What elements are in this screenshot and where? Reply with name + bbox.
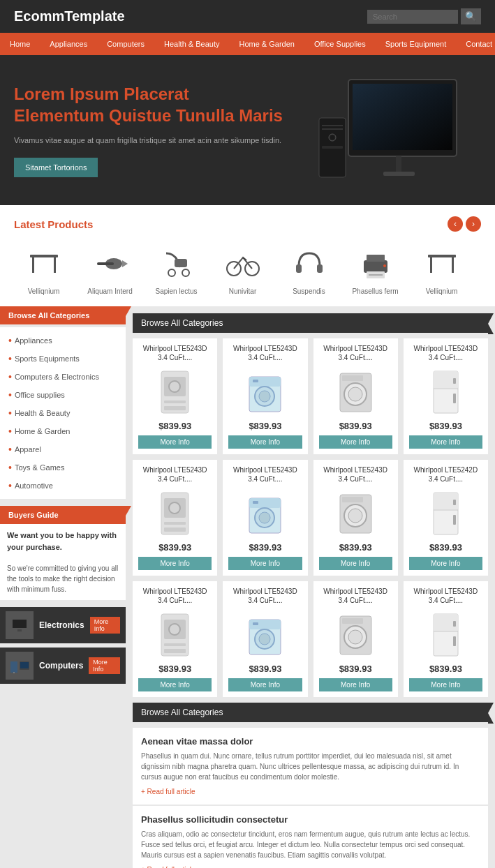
- prev-arrow-button[interactable]: ‹: [448, 216, 463, 232]
- svg-rect-22: [296, 264, 302, 273]
- carousel-item-label: Suspendis: [279, 287, 339, 295]
- product-image: [228, 368, 302, 417]
- svg-rect-27: [369, 274, 383, 276]
- sidebar-category-item[interactable]: Appliances: [0, 331, 126, 350]
- carousel-item-label: Aliquam Interd: [80, 287, 140, 295]
- sidebar-category-item[interactable]: Office supplies: [0, 386, 126, 404]
- product-more-info-button[interactable]: More Info: [409, 435, 482, 449]
- sidebar-category-item[interactable]: Apparel: [0, 440, 126, 458]
- next-arrow-button[interactable]: ›: [466, 216, 481, 232]
- product-image: [409, 611, 482, 659]
- sidebar-category-item[interactable]: Health & Beauty: [0, 404, 126, 422]
- nav-item-office-supplies[interactable]: Office Supplies: [304, 33, 376, 55]
- sidebar-category-item[interactable]: Home & Garden: [0, 422, 126, 440]
- svg-marker-16: [122, 260, 128, 267]
- product-more-info-button[interactable]: More Info: [138, 557, 212, 570]
- nav-item-health-and-beauty[interactable]: Health & Beauty: [154, 33, 230, 55]
- product-price: $839.93: [138, 421, 212, 431]
- product-title: Whirlpool LTE5243D 3.4 CuFt....: [138, 344, 212, 364]
- buyers-guide-header: Buyers Guide: [0, 506, 126, 524]
- svg-rect-97: [453, 621, 456, 627]
- sidebar-category-item[interactable]: Automotive: [0, 477, 126, 495]
- product-more-info-button[interactable]: More Info: [319, 435, 392, 449]
- svg-rect-51: [253, 380, 258, 382]
- svg-rect-4: [383, 172, 415, 176]
- product-more-info-button[interactable]: More Info: [138, 435, 212, 449]
- product-title: Whirlpool LTE5243D 3.4 CuFt....: [138, 465, 212, 485]
- articles-list: Aenean vitae massa dolor Phasellus in qu…: [133, 728, 488, 868]
- product-image: [138, 489, 212, 538]
- nav-item-appliances[interactable]: Appliances: [40, 33, 97, 55]
- latest-products-title: Latest Products: [14, 218, 93, 230]
- product-price: $839.93: [409, 664, 482, 674]
- product-title: Whirlpool LTE5243D 3.4 CuFt....: [228, 587, 302, 606]
- nav-item-home-and-garden[interactable]: Home & Garden: [229, 33, 304, 55]
- drill-icon: [89, 243, 131, 285]
- nav-item-computers[interactable]: Computers: [97, 33, 154, 55]
- svg-point-54: [348, 387, 362, 401]
- headphones-icon: [288, 243, 330, 285]
- svg-rect-55: [342, 375, 363, 381]
- electronics-more-info-button[interactable]: More Info: [90, 617, 120, 634]
- product-grid-header: Browse All Categories: [133, 313, 488, 333]
- svg-rect-33: [13, 620, 27, 628]
- svg-rect-6: [322, 125, 343, 126]
- product-title: Whirlpool LTE5243D 3.4 CuFt....: [409, 344, 482, 364]
- product-card: Whirlpool LTE5243D 3.4 CuFt.... $839.93 …: [223, 581, 307, 697]
- product-more-info-button[interactable]: More Info: [409, 678, 482, 691]
- article-item: Phasellus sollicitudin consectetur Cras …: [133, 806, 488, 868]
- carousel-nav: ‹ ›: [448, 216, 481, 232]
- hero-button[interactable]: Sitamet Tortorions: [14, 158, 98, 177]
- computers-more-info-button[interactable]: More Info: [89, 657, 120, 674]
- sidebar-category-item[interactable]: Computers & Electronics: [0, 368, 126, 386]
- read-more-link[interactable]: + Read full article: [141, 788, 195, 795]
- computers-promo-label: Computers: [39, 661, 83, 671]
- svg-rect-46: [164, 406, 186, 410]
- search-input[interactable]: [367, 10, 458, 24]
- buyers-guide-body: So we're committed to giving you all the…: [7, 564, 118, 593]
- sidebar-category-item[interactable]: Sports Equipments: [0, 350, 126, 368]
- sidebar-category-item[interactable]: Toys & Games: [0, 458, 126, 477]
- svg-rect-65: [164, 527, 186, 532]
- product-price: $839.93: [319, 421, 392, 431]
- carousel-item: Suspendis: [279, 243, 339, 295]
- svg-rect-25: [367, 255, 385, 262]
- svg-point-10: [330, 135, 334, 140]
- article-text: Phasellus in quam dui. Nunc ornare, tell…: [141, 751, 480, 782]
- svg-rect-93: [342, 618, 363, 624]
- product-more-info-button[interactable]: More Info: [319, 557, 392, 570]
- product-card: Whirlpool LTE5243D 3.4 CuFt.... $839.93 …: [133, 460, 217, 576]
- product-more-info-button[interactable]: More Info: [228, 557, 302, 570]
- nav-item-home[interactable]: Home: [0, 33, 40, 55]
- svg-rect-74: [342, 497, 363, 502]
- nav-item-contact-us[interactable]: Contact Us: [456, 33, 495, 55]
- search-button[interactable]: 🔍: [461, 8, 481, 24]
- product-price: $839.93: [228, 664, 302, 674]
- product-image: [228, 489, 302, 538]
- sidebar-categories: AppliancesSports EquipmentsComputers & E…: [0, 327, 126, 499]
- carousel-item: Phasellus ferm: [346, 243, 405, 295]
- product-more-info-button[interactable]: More Info: [138, 678, 212, 691]
- product-more-info-button[interactable]: More Info: [319, 678, 392, 691]
- product-more-info-button[interactable]: More Info: [409, 557, 482, 570]
- svg-rect-60: [453, 394, 456, 403]
- carousel-item: Nunivitar: [213, 243, 272, 295]
- product-more-info-button[interactable]: More Info: [228, 678, 302, 691]
- product-image: [409, 489, 482, 538]
- svg-rect-29: [428, 255, 456, 257]
- product-price: $839.93: [319, 542, 392, 553]
- stroller-icon: [156, 243, 198, 285]
- product-card: Whirlpool LTE5242D 3.4 CuFt.... $839.93 …: [404, 460, 488, 576]
- nav-item-sports-equipment[interactable]: Sports Equipment: [376, 33, 456, 55]
- product-more-info-button[interactable]: More Info: [228, 435, 302, 449]
- product-title: Whirlpool LTE5243D 3.4 CuFt....: [138, 587, 212, 606]
- product-price: $839.93: [138, 664, 212, 674]
- product-card: Whirlpool LTE5243D 3.4 CuFt.... $839.93 …: [313, 581, 398, 697]
- hero-title: Lorem Ipsum Placerat Elementum Quistue T…: [14, 83, 300, 126]
- svg-rect-12: [32, 257, 34, 273]
- svg-point-69: [259, 512, 270, 523]
- product-price: $839.93: [409, 421, 482, 431]
- product-image: [228, 611, 302, 659]
- section-header: Latest Products ‹ ›: [14, 216, 481, 232]
- svg-point-92: [348, 630, 362, 644]
